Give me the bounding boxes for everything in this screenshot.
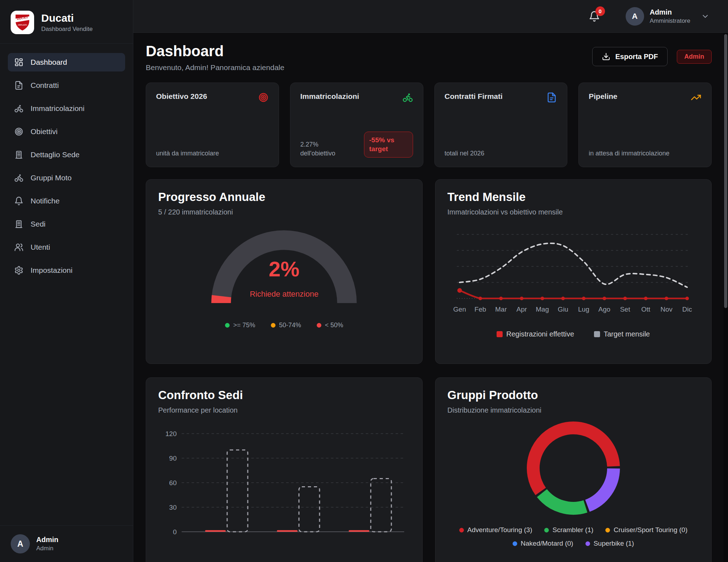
scrollbar[interactable]	[723, 33, 728, 562]
sidebar-item-label: Notifiche	[31, 197, 60, 205]
stats-row: Obiettivo 2026unità da immatricolareImma…	[146, 83, 712, 167]
topbar: 0 A Admin Amministratore	[133, 0, 728, 33]
svg-text:Apr: Apr	[516, 306, 527, 313]
avatar: A	[626, 7, 644, 26]
sidebar-item-impostazioni[interactable]: Impostazioni	[8, 261, 125, 280]
bell-icon	[14, 196, 23, 206]
legend-item: Scrambler (1)	[544, 526, 593, 534]
card-subtitle: 5 / 220 immatricolazioni	[158, 208, 410, 216]
sidebar-item-label: Gruppi Moto	[31, 174, 72, 182]
legend-label: 50-74%	[279, 322, 301, 329]
legend-dot	[271, 323, 275, 328]
sidebar-item-gruppi-moto[interactable]: Gruppi Moto	[8, 169, 125, 187]
ducati-logo-icon: DUCATI ABRUZZO	[11, 11, 34, 34]
svg-text:Nov: Nov	[660, 306, 673, 313]
legend-label: Naked/Motard (0)	[521, 540, 573, 547]
sidebar-item-obiettivi[interactable]: Obiettivi	[8, 122, 125, 141]
legend-dot	[513, 541, 517, 546]
notifications-button[interactable]: 0	[589, 11, 600, 22]
charts-row-2: Confronto Sedi Performance per location …	[146, 377, 712, 562]
settings-icon	[14, 266, 23, 275]
chevron-down-icon	[701, 12, 710, 21]
file-icon	[546, 92, 557, 103]
app-root: DUCATI ABRUZZO Ducati Dashboard Vendite …	[0, 0, 728, 562]
avatar: A	[11, 534, 30, 553]
stat-footnote: totali nel 2026	[445, 149, 485, 158]
main: Dashboard Benvenuto, Admin! Panoramica a…	[133, 33, 728, 562]
card-title: Confronto Sedi	[158, 388, 410, 402]
gauge-legend: >= 75%50-74%< 50%	[225, 322, 343, 329]
svg-text:120: 120	[166, 430, 177, 438]
legend-item: Registrazioni effettive	[497, 330, 574, 338]
target-icon	[14, 127, 23, 136]
card-subtitle: Performance per location	[158, 406, 410, 414]
svg-text:Ago: Ago	[598, 306, 610, 313]
sidebar-item-contratti[interactable]: Contratti	[8, 76, 125, 95]
user-name: Admin	[650, 8, 690, 16]
sidebar-item-sedi[interactable]: Sedi	[8, 215, 125, 233]
export-pdf-button[interactable]: Esporta PDF	[592, 47, 668, 66]
legend-dot	[544, 528, 549, 532]
legend-swatch	[497, 331, 503, 337]
legend-label: Adventure/Touring (3)	[467, 526, 532, 534]
stat-card-immatricolazioni: Immatricolazioni2.27% dell'obiettivo-55%…	[290, 83, 423, 167]
card-confronto-sedi: Confronto Sedi Performance per location …	[146, 377, 423, 562]
legend-dot	[225, 323, 230, 328]
sidebar-item-label: Dettaglio Sede	[31, 150, 80, 159]
card-title: Trend Mensile	[448, 190, 700, 204]
svg-text:Dic: Dic	[682, 306, 692, 313]
vs-target-badge: -55% vs target	[364, 132, 413, 158]
stat-title: Immatricolazioni	[300, 92, 359, 101]
sidebar-item-dashboard[interactable]: Dashboard	[8, 53, 125, 71]
legend-dot	[585, 541, 590, 546]
role-badge: Admin	[677, 50, 712, 64]
legend-item: Naked/Motard (0)	[513, 540, 573, 547]
card-trend-mensile: Trend Mensile Immatricolazioni vs obiett…	[435, 179, 712, 364]
trend-legend: Registrazioni effettiveTarget mensile	[448, 330, 700, 338]
sidebar-item-immatricolazioni[interactable]: Immatricolazioni	[8, 99, 125, 118]
legend-dot	[605, 528, 610, 532]
stat-footnote: unità da immatricolare	[156, 149, 219, 158]
gauge-value: 2%	[206, 257, 362, 281]
legend-item: >= 75%	[225, 322, 255, 329]
sidebar-user[interactable]: A Admin Admin	[0, 525, 133, 562]
legend-label: Superbike (1)	[594, 540, 634, 547]
legend-label: Target mensile	[604, 330, 650, 338]
svg-text:Mag: Mag	[536, 306, 549, 313]
svg-text:30: 30	[169, 504, 177, 511]
stat-title: Contratti Firmati	[445, 92, 503, 101]
svg-text:Giu: Giu	[558, 306, 568, 313]
svg-text:Lug: Lug	[578, 306, 589, 313]
sidebar-item-utenti[interactable]: Utenti	[8, 238, 125, 256]
card-title: Gruppi Prodotto	[448, 388, 700, 402]
svg-text:60: 60	[169, 479, 177, 487]
sidebar-item-label: Dashboard	[31, 58, 67, 67]
user-menu[interactable]: A Admin Amministratore	[626, 7, 710, 26]
sidebar-item-notifiche[interactable]: Notifiche	[8, 192, 125, 210]
donut-legend: Adventure/Touring (3)Scrambler (1)Cruise…	[435, 526, 712, 547]
legend-label: Scrambler (1)	[552, 526, 593, 534]
bike-icon	[14, 173, 23, 182]
bike-icon	[14, 104, 23, 113]
sidebar-item-dettaglio-sede[interactable]: Dettaglio Sede	[8, 145, 125, 164]
svg-text:Gen: Gen	[453, 306, 466, 313]
legend-item: 50-74%	[271, 322, 301, 329]
users-icon	[14, 243, 23, 252]
charts-row-1: Progresso Annuale 5 / 220 immatricolazio…	[146, 179, 712, 364]
legend-item: Adventure/Touring (3)	[459, 526, 532, 534]
card-progresso-annuale: Progresso Annuale 5 / 220 immatricolazio…	[146, 179, 423, 364]
legend-item: < 50%	[317, 322, 343, 329]
legend-dot	[459, 528, 464, 532]
dashboard-icon	[14, 58, 23, 67]
bar-chart: 1209060300	[158, 426, 410, 544]
bike-icon	[402, 92, 413, 103]
donut-chart: Adventure/Touring (3)Scrambler (1)Cruise…	[448, 414, 700, 547]
card-subtitle: Distribuzione immatricolazioni	[448, 406, 700, 414]
sidebar-item-label: Obiettivi	[31, 127, 58, 136]
svg-text:Mar: Mar	[495, 306, 507, 313]
download-icon	[602, 52, 610, 61]
scrollbar-thumb[interactable]	[724, 34, 727, 308]
brand: DUCATI ABRUZZO Ducati Dashboard Vendite	[0, 0, 133, 44]
svg-text:0: 0	[173, 528, 177, 536]
legend-item: Cruiser/Sport Touring (0)	[605, 526, 687, 534]
